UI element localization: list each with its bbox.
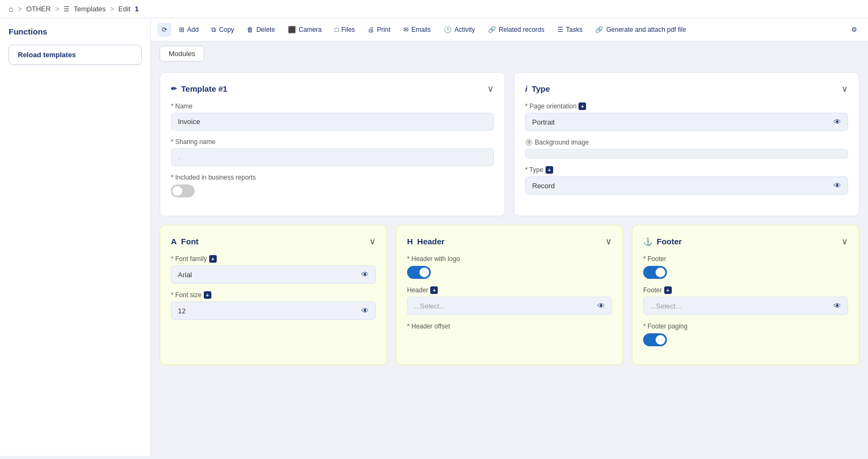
header-card-header: H Header ∨ [407, 236, 612, 246]
font-family-eye-icon[interactable]: 👁 [361, 270, 369, 279]
camera-button[interactable]: ⬛ Camera [283, 23, 327, 37]
type-card-title: i Type [525, 84, 550, 93]
font-card-chevron[interactable]: ∨ [369, 236, 376, 246]
footer-card-chevron[interactable]: ∨ [842, 236, 848, 246]
breadcrumb-templates[interactable]: Templates [74, 5, 106, 13]
delete-button[interactable]: 🗑 Delete [242, 23, 280, 37]
copy-icon: ⧉ [211, 26, 216, 33]
files-label: Files [341, 26, 355, 33]
content-area: ⟳ ⊞ Add ⧉ Copy 🗑 Delete ⬛ Camera □ Files [151, 18, 868, 456]
footer-paging-field: * Footer paging [643, 323, 848, 346]
footer-title-text: Footer [657, 237, 682, 246]
type-background-input[interactable] [525, 149, 848, 159]
header-icon: H [407, 237, 413, 246]
sidebar: Functions Reload templates [0, 18, 151, 456]
settings-button[interactable]: ⚙ [847, 23, 862, 37]
template-card-chevron[interactable]: ∨ [487, 84, 494, 94]
font-family-input[interactable]: Arial 👁 [171, 265, 376, 284]
activity-icon: 🕐 [444, 26, 452, 33]
type-orientation-input[interactable]: Portrait 👁 [525, 113, 848, 131]
font-size-eye-icon[interactable]: 👁 [361, 306, 369, 315]
footer-select-label: Footer + [643, 286, 848, 294]
modules-bar: Modules [151, 42, 868, 66]
breadcrumb-sep-2: > [55, 5, 59, 13]
files-button[interactable]: □ Files [329, 23, 361, 37]
font-size-plus[interactable]: + [204, 291, 211, 299]
related-records-button[interactable]: 🔗 Related records [483, 23, 550, 37]
font-size-field: * Font size + 12 👁 [171, 291, 376, 320]
tasks-icon: ☰ [557, 26, 563, 33]
generate-pdf-button[interactable]: 🔗 Generate and attach pdf file [590, 23, 691, 37]
template-name-input[interactable]: Invoice [171, 113, 494, 131]
delete-label: Delete [256, 26, 275, 33]
tasks-button[interactable]: ☰ Tasks [552, 23, 588, 37]
type-background-help[interactable]: ? [525, 139, 533, 146]
refresh-icon: ⟳ [162, 26, 167, 33]
template-sharing-input[interactable]: . [171, 148, 494, 166]
modules-tab[interactable]: Modules [160, 46, 204, 61]
header-select-label: Header + [407, 286, 612, 294]
template-business-toggle[interactable] [171, 184, 195, 197]
tasks-label: Tasks [566, 26, 583, 33]
font-family-value: Arial [178, 271, 361, 279]
bottom-cards-row: A Font ∨ * Font family + Arial 👁 [160, 225, 859, 365]
font-icon: A [171, 237, 177, 246]
footer-paging-toggle[interactable] [643, 333, 667, 346]
emails-icon: ✉ [403, 26, 409, 33]
footer-card: ⚓ Footer ∨ * Footer [632, 225, 859, 365]
print-button[interactable]: 🖨 Print [362, 23, 396, 37]
type-type-plus[interactable]: + [546, 166, 553, 174]
template-business-toggle-wrap [171, 184, 494, 197]
activity-button[interactable]: 🕐 Activity [438, 23, 480, 37]
type-card-chevron[interactable]: ∨ [842, 84, 848, 94]
refresh-button[interactable]: ⟳ [157, 23, 171, 37]
breadcrumb-other[interactable]: OTHER [26, 5, 51, 13]
delete-icon: 🗑 [247, 26, 253, 33]
camera-icon: ⬛ [288, 26, 296, 33]
template-card-title: ✏ Template #1 [171, 84, 228, 93]
header-select-placeholder: ...Select... [414, 302, 445, 310]
breadcrumb-sep-1: > [18, 5, 22, 13]
header-select-plus[interactable]: + [430, 286, 438, 294]
header-select-eye-icon[interactable]: 👁 [597, 302, 605, 310]
main-layout: Functions Reload templates ⟳ ⊞ Add ⧉ Cop… [0, 18, 868, 456]
font-size-input[interactable]: 12 👁 [171, 302, 376, 320]
footer-toggle[interactable] [643, 266, 667, 279]
footer-card-title: ⚓ Footer [643, 237, 682, 246]
template-sharing-placeholder: . [178, 153, 487, 161]
print-icon: 🖨 [368, 26, 374, 33]
type-orientation-eye-icon[interactable]: 👁 [833, 118, 841, 126]
template-business-label: * Included in business reports [171, 174, 494, 181]
copy-button[interactable]: ⧉ Copy [206, 23, 239, 37]
footer-select-eye-icon[interactable]: 👁 [833, 302, 841, 310]
add-button[interactable]: ⊞ Add [174, 23, 204, 37]
emails-button[interactable]: ✉ Emails [398, 23, 436, 37]
header-card-chevron[interactable]: ∨ [605, 236, 612, 246]
footer-select-plus[interactable]: + [664, 286, 672, 294]
footer-select-placeholder: ...Select... [650, 302, 681, 310]
type-type-input[interactable]: Record 👁 [525, 176, 848, 195]
template-sharing-field: * Sharing name . [171, 138, 494, 166]
header-select-input[interactable]: ...Select... 👁 [407, 297, 612, 315]
template-edit-icon: ✏ [171, 85, 177, 93]
footer-select-input[interactable]: ...Select... 👁 [643, 297, 848, 315]
font-size-value: 12 [178, 307, 361, 315]
top-cards-row: ✏ Template #1 ∨ * Name Invoice [160, 72, 859, 216]
type-title-text: Type [532, 84, 550, 93]
copy-label: Copy [219, 26, 234, 33]
header-offset-label: * Header offset [407, 323, 612, 330]
header-with-logo-toggle[interactable] [407, 266, 431, 279]
breadcrumb-edit: Edit [119, 5, 130, 13]
home-icon[interactable]: ⌂ [9, 4, 13, 13]
font-family-plus[interactable]: + [209, 255, 217, 263]
type-type-eye-icon[interactable]: 👁 [833, 181, 841, 190]
type-orientation-value: Portrait [532, 118, 833, 126]
header-card-title: H Header [407, 237, 445, 246]
font-card: A Font ∨ * Font family + Arial 👁 [160, 225, 387, 365]
type-type-label: * Type + [525, 166, 848, 174]
reload-templates-button[interactable]: Reload templates [9, 45, 142, 65]
type-background-label: ? Background image [525, 139, 848, 146]
files-icon: □ [335, 26, 339, 33]
header-offset-field: * Header offset [407, 323, 612, 330]
type-orientation-plus[interactable]: + [578, 102, 586, 110]
